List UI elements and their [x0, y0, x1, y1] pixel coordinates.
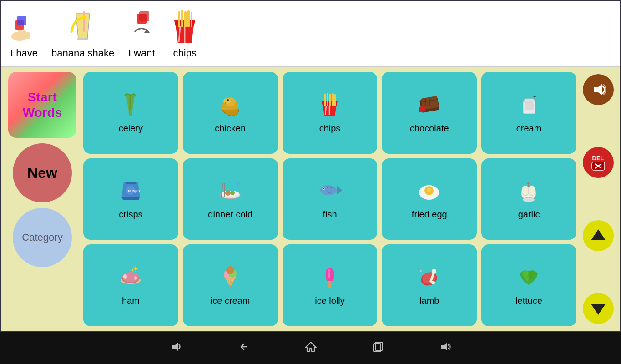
chips-sentence-label: chips: [173, 47, 197, 59]
chips-grid-icon: [317, 92, 342, 121]
grid-item-chips[interactable]: chips: [283, 72, 378, 154]
svg-rect-5: [22, 30, 26, 40]
fried-egg-label: fried egg: [412, 209, 447, 220]
svg-rect-35: [329, 94, 331, 106]
grid-item-lettuce[interactable]: lettuce: [481, 244, 576, 326]
chips-grid-label: chips: [319, 123, 341, 134]
svg-point-92: [432, 269, 436, 273]
lamb-icon: ✦: [417, 264, 442, 293]
dinner-cold-icon: ❄: [218, 178, 243, 207]
back-nav-icon[interactable]: [237, 340, 250, 356]
grid-item-chicken[interactable]: chicken: [183, 72, 278, 154]
svg-point-72: [523, 197, 535, 202]
grid-item-cream[interactable]: ✦ cream: [481, 72, 576, 154]
ice-lolly-label: ice lolly: [315, 296, 345, 306]
svg-point-70: [528, 186, 535, 196]
grid-item-dinner-cold[interactable]: ❄ dinner cold: [183, 158, 278, 240]
svg-point-63: [323, 188, 324, 189]
sentence-item-bananashake[interactable]: banana shake: [51, 9, 114, 59]
grid-item-lamb[interactable]: ✦ lamb: [382, 244, 477, 326]
del-text: DEL: [592, 155, 604, 162]
svg-rect-11: [139, 11, 149, 21]
svg-rect-17: [178, 11, 180, 27]
new-button[interactable]: New: [13, 143, 72, 202]
grid-item-ice-cream[interactable]: ice cream: [183, 244, 278, 326]
garlic-label: garlic: [518, 209, 540, 220]
sentence-item-ihave[interactable]: I have: [10, 9, 38, 59]
android-nav-bar: [0, 332, 621, 364]
app-container: I have banana shake: [0, 0, 621, 332]
grid-item-ham[interactable]: ✨ ham: [83, 244, 178, 326]
svg-rect-36: [332, 93, 334, 106]
ham-label: ham: [122, 296, 140, 306]
lettuce-label: lettuce: [515, 296, 542, 306]
svg-point-27: [223, 98, 231, 104]
grid-item-fish[interactable]: fish: [283, 158, 378, 240]
svg-text:✦: ✦: [533, 94, 536, 99]
grid-item-chocolate[interactable]: chocolate: [382, 72, 477, 154]
cream-icon: ✦: [516, 92, 541, 121]
grid-item-crisps[interactable]: crisps crisps: [83, 158, 178, 240]
main-content: Start Words New Category celery: [1, 67, 620, 331]
delete-button[interactable]: DEL: [583, 147, 614, 178]
svg-rect-87: [328, 269, 330, 278]
svg-point-28: [227, 99, 229, 101]
svg-text:❄: ❄: [235, 180, 241, 187]
chocolate-icon: [417, 92, 442, 121]
svg-rect-43: [419, 106, 426, 112]
ice-cream-label: ice cream: [211, 296, 250, 306]
cream-label: cream: [516, 123, 542, 134]
celery-icon: [118, 92, 143, 121]
sentence-bar: I have banana shake: [1, 1, 620, 67]
scroll-up-button[interactable]: [583, 220, 614, 251]
garlic-icon: [516, 178, 541, 207]
svg-rect-8: [83, 11, 85, 32]
iwant-label: I want: [128, 47, 155, 59]
fish-icon: [317, 178, 342, 207]
sound-button[interactable]: [583, 74, 614, 105]
svg-rect-1: [17, 16, 26, 25]
ham-icon: ✨: [118, 264, 143, 293]
recent-nav-icon[interactable]: [372, 340, 384, 356]
svg-text:✦: ✦: [419, 268, 423, 273]
scroll-down-button[interactable]: [583, 293, 614, 324]
svg-rect-20: [187, 10, 190, 27]
svg-rect-21: [191, 12, 192, 27]
svg-marker-61: [337, 186, 342, 195]
svg-marker-105: [305, 342, 316, 351]
crisps-label: crisps: [119, 209, 142, 220]
sentence-item-iwant[interactable]: I want: [128, 9, 155, 59]
svg-point-56: [230, 191, 235, 195]
grid-item-garlic[interactable]: garlic: [481, 158, 576, 240]
svg-marker-49: [125, 182, 136, 184]
bananashake-label: banana shake: [51, 47, 114, 59]
svg-text:crisps: crisps: [128, 188, 140, 193]
sound-nav-icon[interactable]: [439, 340, 452, 356]
svg-point-76: [123, 274, 127, 279]
svg-line-58: [224, 183, 225, 197]
dinner-cold-label: dinner cold: [208, 209, 252, 220]
food-grid: celery chicken: [83, 72, 576, 326]
chicken-label: chicken: [215, 123, 246, 134]
svg-point-77: [134, 276, 137, 280]
celery-label: celery: [119, 123, 143, 134]
svg-rect-45: [524, 99, 534, 102]
category-button[interactable]: Category: [13, 208, 72, 267]
svg-point-60: [320, 185, 337, 195]
svg-point-85: [226, 266, 234, 274]
crisps-icon: crisps: [118, 178, 143, 207]
volume-nav-icon[interactable]: [170, 340, 182, 356]
sentence-item-chips[interactable]: chips: [169, 9, 201, 59]
grid-item-ice-lolly[interactable]: ice lolly: [283, 244, 378, 326]
start-words-button[interactable]: Start Words: [8, 72, 76, 138]
ihave-label: I have: [10, 47, 38, 59]
grid-item-celery[interactable]: celery: [83, 72, 178, 154]
bananashake-icon: [69, 9, 96, 46]
chips-icon: [169, 9, 201, 46]
svg-point-55: [225, 190, 231, 196]
home-nav-icon[interactable]: [304, 340, 317, 356]
grid-item-fried-egg[interactable]: fried egg: [382, 158, 477, 240]
svg-rect-3: [14, 32, 18, 40]
svg-rect-19: [184, 11, 187, 27]
svg-marker-108: [441, 343, 447, 351]
